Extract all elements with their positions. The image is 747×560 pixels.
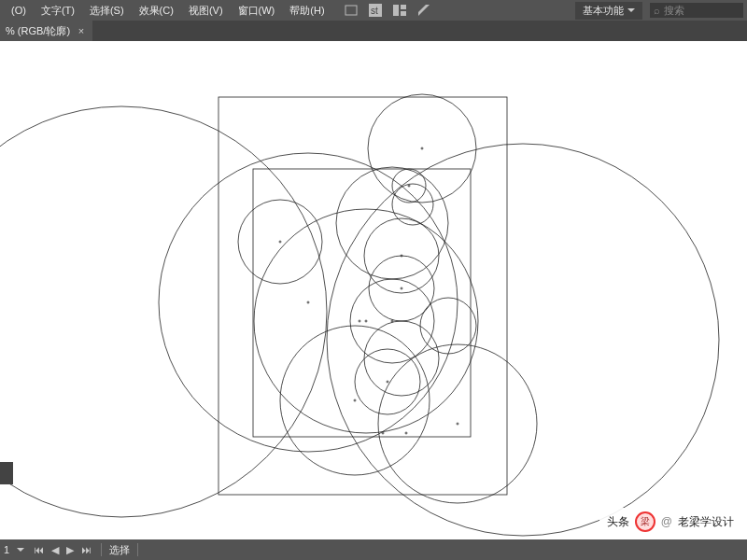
last-page-icon[interactable]: ⏭: [79, 544, 93, 555]
menu-icon-group: st: [344, 3, 431, 18]
close-icon[interactable]: ×: [76, 25, 87, 36]
svg-rect-0: [345, 6, 357, 15]
svg-point-38: [405, 432, 407, 434]
svg-point-27: [365, 320, 367, 322]
svg-point-37: [382, 432, 384, 434]
artwork-outline: [0, 41, 747, 539]
first-page-icon[interactable]: ⏮: [32, 544, 46, 555]
chevron-down-icon: [627, 8, 635, 12]
document-tab[interactable]: % (RGB/轮廓) ×: [0, 21, 92, 41]
svg-point-8: [0, 106, 327, 517]
arrange-icon[interactable]: [392, 3, 407, 18]
menu-view[interactable]: 视图(V): [181, 0, 231, 21]
menu-effect[interactable]: 效果(C): [132, 0, 181, 21]
workspace-label: 基本功能: [583, 4, 624, 18]
watermark-source: 头条: [607, 514, 629, 530]
svg-point-29: [391, 320, 393, 322]
menu-type[interactable]: 文字(T): [34, 0, 82, 21]
search-input[interactable]: ⌕ 搜索: [650, 3, 743, 18]
at-symbol: @: [661, 515, 672, 528]
svg-point-26: [307, 301, 309, 303]
svg-point-21: [280, 326, 430, 475]
avatar: 梁: [635, 511, 655, 532]
svg-point-10: [159, 153, 458, 452]
bridge-icon[interactable]: [344, 3, 359, 18]
svg-point-35: [279, 241, 281, 243]
watermark-name: 老梁学设计: [678, 514, 734, 530]
menu-help[interactable]: 帮助(H): [282, 0, 331, 21]
svg-point-22: [378, 344, 537, 503]
svg-point-33: [401, 287, 402, 289]
svg-text:st: st: [371, 6, 378, 16]
menu-bar: (O) 文字(T) 选择(S) 效果(C) 视图(V) 窗口(W) 帮助(H) …: [0, 0, 747, 21]
document-tab-bar: % (RGB/轮廓) ×: [0, 21, 747, 41]
watermark: 头条 梁 @ 老梁学设计: [599, 508, 741, 536]
tool-panel-edge: [0, 462, 13, 484]
quill-icon[interactable]: [416, 3, 431, 18]
svg-point-34: [387, 381, 388, 383]
menu-object[interactable]: (O): [4, 0, 34, 21]
prev-page-icon[interactable]: ◀: [49, 544, 61, 556]
svg-rect-4: [401, 5, 406, 9]
search-icon: ⌕: [654, 5, 660, 16]
stock-icon[interactable]: st: [368, 3, 383, 18]
svg-point-25: [421, 147, 423, 149]
svg-point-36: [359, 320, 360, 322]
chevron-down-icon[interactable]: [17, 548, 24, 552]
svg-rect-6: [218, 97, 507, 495]
svg-point-31: [457, 423, 458, 425]
current-tool-label: 选择: [109, 543, 130, 557]
artboard-page: 1: [4, 544, 9, 555]
workspace-switcher[interactable]: 基本功能: [575, 2, 642, 20]
next-page-icon[interactable]: ▶: [64, 544, 76, 556]
svg-point-24: [420, 298, 476, 354]
svg-point-32: [408, 185, 410, 187]
svg-point-9: [327, 144, 719, 536]
document-tab-label: % (RGB/轮廓): [6, 24, 70, 38]
menu-window[interactable]: 窗口(W): [231, 0, 283, 21]
svg-rect-5: [401, 11, 406, 16]
menu-select[interactable]: 选择(S): [82, 0, 132, 21]
status-bar: 1 ⏮ ◀ ▶ ⏭ 选择: [0, 539, 747, 560]
svg-point-30: [354, 399, 356, 401]
canvas[interactable]: [0, 41, 747, 539]
search-placeholder: 搜索: [664, 4, 684, 18]
svg-point-20: [355, 349, 420, 414]
svg-rect-3: [393, 5, 399, 16]
svg-point-23: [238, 200, 322, 284]
